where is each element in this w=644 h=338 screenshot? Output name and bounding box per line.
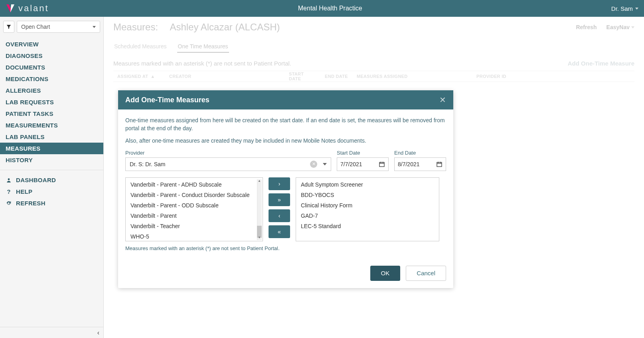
add-one-time-measures-modal: Add One-Time Measures ✕ One-time measure… [118,90,453,288]
sidebar-item-medications[interactable]: MEDICATIONS [0,73,103,85]
topbar: valant Mental Health Practice Dr. Sam [0,0,644,17]
open-chart-dropdown[interactable]: Open Chart [17,21,100,33]
sidebar-item-help[interactable]: ?HELP [0,186,103,197]
sidebar-item-allergies[interactable]: ALLERGIES [0,85,103,96]
user-menu[interactable]: Dr. Sam [611,5,638,12]
chevron-left-icon: ‹ [97,329,99,336]
question-icon: ? [6,189,12,195]
open-chart-label: Open Chart [21,24,50,30]
list-item[interactable]: Vanderbilt - Parent - ODD Subscale [126,200,263,211]
modal-intro-1: One-time measures assigned from here wil… [125,117,446,132]
start-date-input[interactable]: 7/7/2021 [337,157,389,171]
start-date-label: Start Date [337,150,389,156]
sidebar-item-lab-requests[interactable]: LAB REQUESTS [0,96,103,108]
selected-measures-list[interactable]: Adult Symptom ScreenerBDD-YBOCSClinical … [296,177,439,241]
refresh-icon [6,200,12,207]
move-all-left-button[interactable]: « [269,225,290,238]
sidebar: Open Chart OVERVIEWDIAGNOSESDOCUMENTSMED… [0,17,104,338]
svg-rect-1 [379,162,384,167]
brand-logo: valant [6,3,49,14]
provider-combobox[interactable]: Dr. S: Dr. Sam ✕ [125,157,331,171]
sidebar-item-refresh[interactable]: REFRESH [0,197,103,209]
close-icon[interactable]: ✕ [439,95,446,105]
move-right-button[interactable]: › [269,177,290,190]
ok-button[interactable]: OK [370,266,401,281]
user-label: Dr. Sam [611,5,633,12]
calendar-icon [436,161,443,167]
sidebar-item-diagnoses[interactable]: DIAGNOSES [0,50,103,62]
modal-header: Add One-Time Measures ✕ [118,90,453,109]
chevron-down-icon [93,26,96,28]
filter-button[interactable] [3,21,14,33]
sidebar-item-lab-panels[interactable]: LAB PANELS [0,131,103,143]
list-item[interactable]: GAD-7 [296,211,439,221]
sidebar-item-documents[interactable]: DOCUMENTS [0,62,103,73]
move-all-right-button[interactable]: » [269,193,290,206]
sidebar-item-patient-tasks[interactable]: PATIENT TASKS [0,108,103,119]
person-icon [6,177,12,183]
sidebar-collapse[interactable]: ‹ [0,327,103,338]
chevron-down-icon [635,8,638,10]
sidebar-item-measurements[interactable]: MEASUREMENTS [0,119,103,131]
start-date-value: 7/7/2021 [340,161,362,167]
list-item[interactable]: Clinical History Form [296,200,439,211]
move-left-button[interactable]: ‹ [269,209,290,222]
end-date-input[interactable]: 8/7/2021 [394,157,446,171]
practice-title: Mental Health Practice [49,5,611,12]
sidebar-item-dashboard[interactable]: DASHBOARD [0,174,103,186]
sidebar-item-measures[interactable]: MEASURES [0,143,103,154]
end-date-label: End Date [394,150,446,156]
sidebar-item-overview[interactable]: OVERVIEW [0,38,103,50]
list-item[interactable]: Adult Symptom Screener [296,179,439,190]
brand-text: valant [18,3,49,14]
sidebar-nav: OVERVIEWDIAGNOSESDOCUMENTSMEDICATIONSALL… [0,37,103,166]
modal-title: Add One-Time Measures [125,96,209,104]
modal-intro-2: Also, after one-time measures are create… [125,137,446,145]
list-item[interactable]: Vanderbilt - Teacher [126,221,263,231]
svg-rect-5 [437,162,442,167]
provider-label: Provider [125,150,331,156]
cancel-button[interactable]: Cancel [406,266,446,281]
available-measures-list[interactable]: Vanderbilt - Parent - ADHD SubscaleVande… [125,177,263,241]
sidebar-lower: DASHBOARD?HELPREFRESH [0,170,103,209]
end-date-value: 8/7/2021 [398,161,420,167]
valant-logo-icon [6,4,15,13]
svg-point-0 [8,178,10,180]
list-item[interactable]: Vanderbilt - Parent - ADHD Subscale [126,179,263,190]
list-item[interactable]: BDD-YBOCS [296,190,439,200]
clear-icon[interactable]: ✕ [310,161,317,168]
scroll-up-icon[interactable]: ▲ [257,179,262,183]
scroll-down-icon[interactable]: ▼ [257,235,262,240]
list-item[interactable]: Vanderbilt - Parent - Conduct Disorder S… [126,190,263,200]
list-item[interactable]: Vanderbilt - Parent [126,211,263,221]
calendar-icon [379,161,385,167]
list-item[interactable]: LEC-5 Standard [296,221,439,231]
provider-value: Dr. S: Dr. Sam [130,161,310,167]
funnel-icon [6,24,12,30]
chevron-down-icon[interactable] [323,163,327,165]
sidebar-item-history[interactable]: HISTORY [0,154,103,166]
list-item[interactable]: WHO-5 [126,231,263,241]
modal-footnote: Measures marked with an asterisk (*) are… [125,245,446,251]
